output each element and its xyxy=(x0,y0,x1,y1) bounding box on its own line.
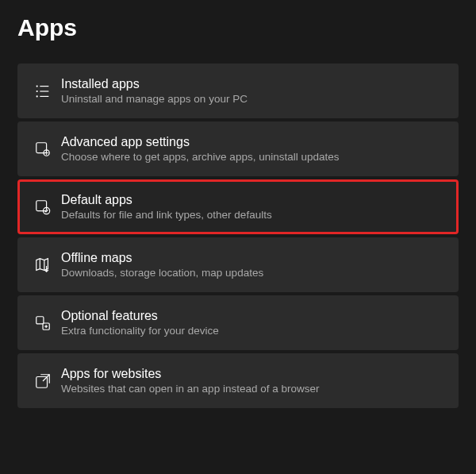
page-title: Apps xyxy=(17,14,459,41)
item-text: Advanced app settings Choose where to ge… xyxy=(58,135,339,163)
app-check-icon xyxy=(28,198,58,216)
item-title: Offline maps xyxy=(61,251,263,265)
item-text: Installed apps Uninstall and manage apps… xyxy=(58,77,248,105)
item-subtitle: Websites that can open in an app instead… xyxy=(61,383,319,395)
item-title: Advanced app settings xyxy=(61,135,339,149)
svg-point-0 xyxy=(36,85,38,87)
item-installed-apps[interactable]: Installed apps Uninstall and manage apps… xyxy=(17,64,459,118)
list-icon xyxy=(28,83,58,100)
item-optional-features[interactable]: Optional features Extra functionality fo… xyxy=(17,295,459,350)
item-text: Default apps Defaults for file and link … xyxy=(58,193,272,221)
svg-point-2 xyxy=(36,90,38,91)
item-subtitle: Downloads, storage location, map updates xyxy=(61,267,263,279)
item-title: Installed apps xyxy=(61,77,248,91)
svg-rect-12 xyxy=(36,316,44,323)
item-subtitle: Uninstall and manage apps on your PC xyxy=(61,93,248,105)
item-text: Apps for websites Websites that can open… xyxy=(58,367,319,395)
settings-items-list: Installed apps Uninstall and manage apps… xyxy=(17,64,459,408)
item-title: Default apps xyxy=(61,193,272,207)
item-offline-maps[interactable]: Offline maps Downloads, storage location… xyxy=(17,237,459,292)
item-advanced-app-settings[interactable]: Advanced app settings Choose where to ge… xyxy=(17,121,459,176)
item-apps-for-websites[interactable]: Apps for websites Websites that can open… xyxy=(17,353,459,408)
item-default-apps[interactable]: Default apps Defaults for file and link … xyxy=(17,179,459,234)
item-text: Offline maps Downloads, storage location… xyxy=(58,251,263,279)
app-gear-icon xyxy=(28,141,58,158)
svg-point-4 xyxy=(36,95,38,97)
apps-settings-page: Apps Installed apps Uninstall and manage… xyxy=(0,0,476,408)
item-text: Optional features Extra functionality fo… xyxy=(58,309,219,337)
open-external-icon xyxy=(28,372,58,390)
add-square-icon xyxy=(28,314,58,332)
map-download-icon xyxy=(28,256,58,274)
item-subtitle: Choose where to get apps, archive apps, … xyxy=(61,151,339,163)
item-title: Apps for websites xyxy=(61,367,319,381)
item-subtitle: Extra functionality for your device xyxy=(61,325,219,337)
svg-rect-8 xyxy=(36,200,47,210)
svg-rect-6 xyxy=(36,142,47,152)
item-subtitle: Defaults for file and link types, other … xyxy=(61,209,272,221)
item-title: Optional features xyxy=(61,309,219,323)
